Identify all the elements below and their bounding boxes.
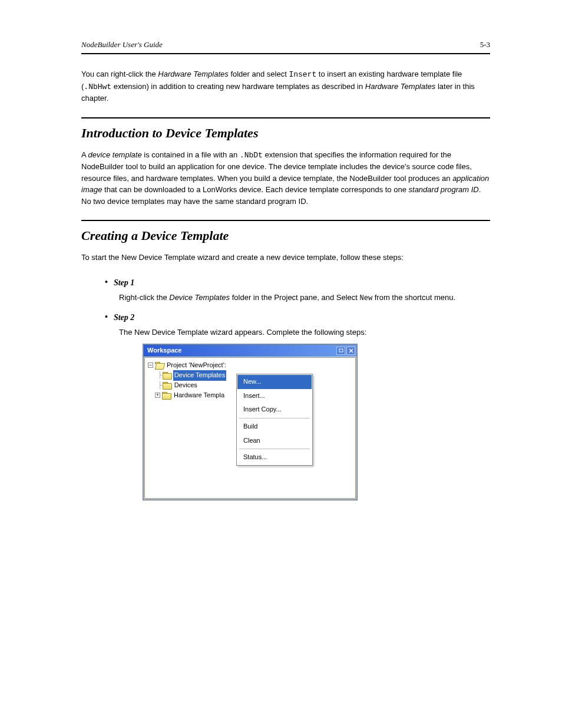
step-1: • Step 1 Right-click the Device Template… [105,276,490,305]
titlebar-buttons [336,347,355,355]
minimize-button[interactable] [336,347,345,355]
section-divider [81,117,490,118]
bullet-icon: • [105,276,108,287]
context-menu: New... Insert... Insert Copy... Build Cl… [236,374,313,466]
workspace-panel: Workspace − [143,344,358,500]
menu-item-clean[interactable]: Clean [237,434,312,448]
folder-icon [162,392,171,399]
intro-paragraph: You can right-click the Hardware Templat… [81,68,490,104]
menu-item-insert[interactable]: Insert... [237,389,312,403]
tree-label-devices: Devices [173,380,199,391]
section2-intro: To start the New Device Template wizard … [81,252,490,263]
step-1-text: Right-click the Device Templates folder … [119,292,490,304]
menu-separator [239,449,310,449]
panel-body: − Project 'NewProject': ├ Device Templat… [144,357,356,499]
menu-item-insert-copy[interactable]: Insert Copy... [237,403,312,417]
step-2: • Step 2 The New Device Template wizard … [105,311,490,500]
menu-item-build[interactable]: Build [237,420,312,434]
folder-icon [163,382,171,389]
menu-item-new[interactable]: New... [237,375,312,389]
menu-item-status[interactable]: Status... [237,450,312,465]
section1-body: A device template is contained in a file… [81,149,490,207]
section-title-creating-device-template: Creating a Device Template [81,228,490,243]
tree-node-project[interactable]: − Project 'NewProject': [146,360,354,370]
step-2-text: The New Device Template wizard appears. … [119,327,490,339]
tree-label-project: Project 'NewProject': [166,360,227,371]
step-2-label: Step 2 [114,311,134,324]
section-title-intro-device-templates: Introduction to Device Templates [81,126,490,141]
tree-line-icon: ├ [158,370,162,381]
expand-icon[interactable]: + [155,393,160,398]
panel-title: Workspace [147,345,182,356]
step-1-label: Step 1 [114,276,134,289]
folder-open-icon [155,362,164,369]
tree-line-icon: ├ [158,380,162,391]
bullet-icon: • [105,311,108,322]
header-document-title: NodeBuilder User's Guide [81,40,163,50]
minimize-icon [339,348,343,353]
menu-separator [239,418,310,419]
panel-titlebar: Workspace [144,345,356,357]
close-icon [349,348,353,353]
header-page-number: 5-3 [480,40,490,50]
folder-icon [163,372,171,379]
close-button[interactable] [346,347,355,355]
svg-rect-0 [339,349,343,352]
tree-label-hardware-templates: Hardware Templa [173,390,226,401]
collapse-icon[interactable]: − [148,363,153,368]
tree-label-device-templates: Device Templates [173,370,227,381]
section-divider [81,220,490,221]
page-header: NodeBuilder User's Guide 5-3 [81,40,490,54]
